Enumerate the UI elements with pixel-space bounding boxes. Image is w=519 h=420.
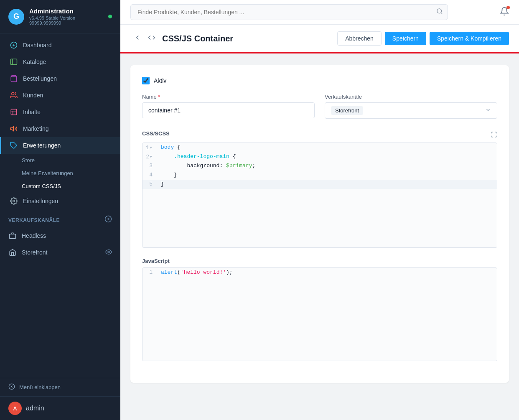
storefront-icon	[8, 248, 17, 257]
css-line-4: 4 }	[142, 171, 497, 180]
inhalte-label: Inhalte	[23, 109, 41, 115]
aktiv-checkbox[interactable]	[142, 77, 150, 84]
notification-button[interactable]	[500, 7, 509, 18]
sidebar-item-kunden[interactable]: Kunden	[0, 87, 120, 104]
bestellungen-label: Bestellungen	[23, 75, 57, 82]
page-title: CSS/JS Container	[162, 34, 337, 43]
channel-label: Verkaufskanäle	[325, 94, 497, 100]
collapse-menu-button[interactable]: Menü einklappen	[0, 378, 120, 396]
svg-rect-16	[10, 234, 16, 239]
form-card: Aktiv Name * Verkaufskanäle Storefront	[130, 65, 509, 383]
sidebar-item-bestellungen[interactable]: Bestellungen	[0, 70, 120, 87]
save-compile-button[interactable]: Speichern & Kompilieren	[430, 32, 509, 45]
channel-select[interactable]: Storefront	[325, 102, 497, 119]
name-required: *	[158, 94, 160, 100]
user-label: admin	[26, 405, 44, 412]
save-button[interactable]: Speichern	[385, 32, 426, 45]
kunden-label: Kunden	[23, 92, 43, 99]
css-section: CSS/SCSS 1▾ body { 2▾ .header-logo-ma	[142, 130, 497, 248]
aktiv-label: Aktiv	[154, 77, 166, 84]
sidebar: G Administration v6.4.99 Stable Version …	[0, 0, 120, 420]
sidebar-user[interactable]: A admin	[0, 396, 120, 420]
js-section: JavaScript 1 alert('hello world!');	[142, 258, 497, 361]
add-channel-icon[interactable]	[104, 215, 112, 225]
kataloge-icon	[10, 58, 18, 66]
chevron-down-icon	[485, 107, 491, 114]
marketing-label: Marketing	[23, 125, 48, 132]
cancel-button[interactable]: Abbrechen	[337, 31, 382, 46]
css-editor[interactable]: 1▾ body { 2▾ .header-logo-main { 3 backg…	[142, 143, 497, 248]
code-button[interactable]	[145, 32, 159, 45]
sidebar-subitem-store[interactable]: Store	[0, 154, 120, 167]
content-body: Aktiv Name * Verkaufskanäle Storefront	[120, 53, 519, 420]
js-blank-area	[142, 277, 497, 361]
einstellungen-label: Einstellungen	[23, 198, 58, 204]
js-editor[interactable]: 1 alert('hello world!');	[142, 267, 497, 361]
svg-point-6	[12, 92, 14, 95]
svg-point-18	[9, 384, 14, 389]
css-line-5: 5 }	[142, 180, 497, 189]
erweiterungen-label: Erweiterungen	[23, 142, 61, 149]
main-area: CSS/JS Container Abbrechen Speichern Spe…	[120, 0, 519, 420]
sidebar-item-kataloge[interactable]: Kataloge	[0, 53, 120, 70]
collapse-label: Menü einklappen	[19, 384, 61, 390]
svg-rect-7	[11, 109, 17, 115]
topbar-right	[500, 7, 509, 18]
headless-icon	[8, 232, 17, 240]
verkaufskanaele-section: Verkaufskanäle	[0, 209, 120, 227]
css-code-lines: 1▾ body { 2▾ .header-logo-main { 3 backg…	[142, 143, 497, 189]
name-field-group: Name *	[142, 94, 315, 119]
search-input[interactable]	[130, 4, 448, 20]
custom-css-js-label: Custom CSS/JS	[22, 183, 61, 189]
kataloge-label: Kataloge	[23, 59, 46, 65]
meine-erweiterungen-label: Meine Erweiterungen	[22, 170, 73, 176]
back-button[interactable]	[130, 32, 145, 45]
css-line-3: 3 background: $primary;	[142, 161, 497, 171]
storefront-eye-icon[interactable]	[105, 249, 112, 257]
name-label: Name *	[142, 94, 315, 100]
svg-marker-10	[11, 127, 14, 131]
app-name: Administration	[29, 8, 108, 15]
collapse-icon	[8, 383, 15, 391]
einstellungen-icon	[10, 197, 18, 205]
svg-point-19	[437, 9, 442, 13]
erweiterungen-icon	[10, 141, 18, 150]
dashboard-icon	[10, 41, 18, 49]
search-button[interactable]	[436, 8, 443, 16]
aktiv-row: Aktiv	[142, 77, 497, 84]
svg-point-17	[108, 251, 109, 253]
user-avatar: A	[8, 402, 22, 415]
channel-field-group: Verkaufskanäle Storefront	[325, 94, 497, 119]
css-line-1: 1▾ body {	[142, 143, 497, 152]
name-input[interactable]	[142, 102, 315, 118]
store-label: Store	[22, 157, 35, 163]
sidebar-item-einstellungen[interactable]: Einstellungen	[0, 193, 120, 209]
app-logo: G	[8, 9, 24, 25]
topbar	[120, 0, 519, 25]
sidebar-item-marketing[interactable]: Marketing	[0, 120, 120, 137]
svg-point-12	[13, 200, 15, 202]
sidebar-subitem-custom-css-js[interactable]: Custom CSS/JS	[0, 180, 120, 193]
search-bar	[130, 4, 448, 20]
status-dot	[108, 15, 112, 18]
headless-label: Headless	[22, 232, 46, 239]
notification-badge	[506, 6, 510, 9]
dashboard-label: Dashboard	[23, 42, 52, 48]
sidebar-item-erweiterungen[interactable]: Erweiterungen	[0, 137, 120, 154]
sidebar-item-dashboard[interactable]: Dashboard	[0, 37, 120, 53]
marketing-icon	[10, 125, 18, 133]
svg-rect-3	[11, 59, 17, 65]
sidebar-header: G Administration v6.4.99 Stable Version …	[0, 0, 120, 33]
css-label: CSS/SCSS	[142, 130, 170, 137]
sidebar-subitem-meine-erweiterungen[interactable]: Meine Erweiterungen	[0, 167, 120, 180]
sidebar-item-storefront[interactable]: Storefront	[0, 244, 120, 261]
verkaufskanaele-label: Verkaufskanäle	[8, 217, 60, 223]
app-version: v6.4.99 Stable Version 99999.9999999	[29, 15, 108, 25]
sidebar-item-inhalte[interactable]: Inhalte	[0, 104, 120, 120]
expand-icon[interactable]	[491, 131, 497, 140]
fields-row: Name * Verkaufskanäle Storefront	[142, 94, 497, 119]
js-line-1: 1 alert('hello world!');	[142, 268, 497, 277]
js-label: JavaScript	[142, 258, 497, 264]
sidebar-item-headless[interactable]: Headless	[0, 227, 120, 244]
content-header: CSS/JS Container Abbrechen Speichern Spe…	[120, 25, 519, 53]
